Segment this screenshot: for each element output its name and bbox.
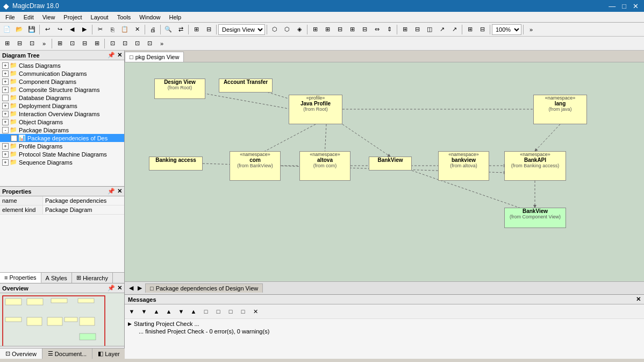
uml-node-bankapi[interactable]: «namespace»BankAPI(from Banking access) bbox=[504, 151, 566, 181]
menu-edit[interactable]: Edit bbox=[19, 13, 38, 22]
msg-btn-1[interactable]: ▼ bbox=[126, 306, 138, 317]
tree-expand-icon[interactable]: + bbox=[2, 151, 9, 158]
close-tree-icon[interactable]: ✕ bbox=[117, 52, 122, 59]
t2-btn-e[interactable]: ⊞ bbox=[54, 38, 66, 49]
pin-props-icon[interactable]: 📌 bbox=[108, 188, 115, 195]
diagram-bottom-tab[interactable]: □ Package dependencies of Design View bbox=[145, 283, 263, 293]
tree-expand-icon[interactable]: - bbox=[2, 127, 9, 133]
diagram-tab-nav-right[interactable]: ▶ bbox=[135, 285, 144, 292]
tb-btn-d[interactable]: ⬡ bbox=[281, 24, 293, 36]
titlebar-right[interactable]: — □ ✕ bbox=[606, 2, 641, 10]
msg-btn-4[interactable]: ▲ bbox=[163, 306, 175, 317]
t2-btn-j[interactable]: ⊡ bbox=[119, 38, 131, 49]
uml-node-altova[interactable]: «namespace»altova(from com) bbox=[299, 151, 350, 181]
tree-item[interactable]: +📁Deployment Diagrams bbox=[0, 102, 124, 110]
back-button[interactable]: ◀ bbox=[66, 24, 78, 36]
tree-item[interactable]: +📁Interaction Overview Diagrams bbox=[0, 110, 124, 118]
menu-file[interactable]: File bbox=[1, 13, 19, 22]
tree-expand-icon[interactable]: + bbox=[2, 143, 9, 150]
tb-btn-k[interactable]: ⇔ bbox=[371, 24, 383, 36]
prop-tab[interactable]: ≡Properties bbox=[0, 273, 41, 283]
tree-expand-icon[interactable]: + bbox=[2, 87, 9, 93]
tree-expand-icon[interactable]: + bbox=[2, 79, 9, 85]
uml-node-bankview-node[interactable]: BankView bbox=[369, 157, 412, 171]
tb-btn-e[interactable]: ◈ bbox=[294, 24, 305, 36]
uml-node-lang[interactable]: «namespace»lang(from java) bbox=[533, 95, 587, 124]
tree-item[interactable]: +📁Class Diagrams bbox=[0, 61, 124, 69]
tree-expand-icon[interactable]: + bbox=[2, 62, 9, 69]
tree-expand-icon[interactable]: + bbox=[2, 70, 9, 77]
msg-btn-7[interactable]: □ bbox=[200, 306, 212, 317]
tree-item[interactable]: 📊Package dependencies of Des bbox=[0, 134, 124, 142]
print-button[interactable]: 🖨 bbox=[147, 24, 159, 36]
tab-document[interactable]: ☰ Document... bbox=[42, 348, 92, 359]
menu-layout[interactable]: Layout bbox=[87, 13, 113, 22]
msg-btn-10[interactable]: □ bbox=[237, 306, 249, 317]
tree-item[interactable]: +📁Component Diagrams bbox=[0, 77, 124, 86]
tb-btn-a[interactable]: ⊞ bbox=[190, 24, 202, 36]
replace-button[interactable]: ⇄ bbox=[175, 24, 187, 36]
tree-expand-icon[interactable] bbox=[2, 95, 9, 101]
zoom-select[interactable]: 100% bbox=[492, 24, 521, 35]
prop-tab[interactable]: ⊞Hierarchy bbox=[72, 273, 113, 283]
tree-item[interactable]: -📁Package Diagrams bbox=[0, 126, 124, 134]
msg-btn-9[interactable]: □ bbox=[225, 306, 237, 317]
menu-help[interactable]: Help bbox=[164, 13, 185, 22]
menu-project[interactable]: Project bbox=[59, 13, 86, 22]
tree-expand-icon[interactable]: + bbox=[2, 111, 9, 117]
uml-node-banking-access[interactable]: Banking access bbox=[149, 157, 203, 171]
pin-icon[interactable]: 📌 bbox=[108, 52, 115, 59]
close-button[interactable]: ✕ bbox=[631, 2, 641, 10]
t2-btn-g[interactable]: ⊟ bbox=[78, 38, 90, 49]
tree-content[interactable]: +📁Class Diagrams+📁Communication Diagrams… bbox=[0, 60, 124, 186]
cut-button[interactable]: ✂ bbox=[94, 24, 106, 36]
prop-tab[interactable]: AStyles bbox=[41, 273, 72, 283]
tree-expand-icon[interactable]: + bbox=[2, 103, 9, 109]
tree-item[interactable]: +📁Protocol State Machine Diagrams bbox=[0, 150, 124, 158]
msg-btn-2[interactable]: ▼ bbox=[138, 306, 150, 317]
msg-btn-3[interactable]: ▲ bbox=[151, 306, 162, 317]
new-button[interactable]: 📄 bbox=[1, 24, 13, 36]
paste-button[interactable]: 📋 bbox=[119, 24, 131, 36]
t2-btn-f[interactable]: ⊡ bbox=[66, 38, 78, 49]
close-overview-icon[interactable]: ✕ bbox=[117, 285, 122, 292]
forward-button[interactable]: ▶ bbox=[78, 24, 90, 36]
canvas-wrapper[interactable]: Design View(from Root)Account Transfer«p… bbox=[125, 62, 644, 281]
menu-tools[interactable]: Tools bbox=[113, 13, 135, 22]
diagram-tab-pkg[interactable]: □ pkg Design View bbox=[125, 52, 184, 62]
grid-button[interactable]: ⊞ bbox=[464, 24, 476, 36]
undo-button[interactable]: ↩ bbox=[41, 24, 53, 36]
uml-node-bankview-green[interactable]: BankView(from Component View) bbox=[504, 208, 566, 228]
close-props-icon[interactable]: ✕ bbox=[117, 188, 122, 195]
tree-item[interactable]: +📁Profile Diagrams bbox=[0, 142, 124, 150]
t2-btn-m[interactable]: » bbox=[156, 38, 168, 49]
find-button[interactable]: 🔍 bbox=[162, 24, 174, 36]
snap-button[interactable]: ⊟ bbox=[476, 24, 488, 36]
tree-expand-icon[interactable]: + bbox=[2, 119, 9, 125]
t2-btn-b[interactable]: ⊟ bbox=[13, 38, 25, 49]
copy-button[interactable]: ⎘ bbox=[106, 24, 118, 36]
tree-item[interactable]: +📁Communication Diagrams bbox=[0, 69, 124, 77]
tab-overview[interactable]: ⊡ Overview bbox=[0, 348, 42, 359]
tb-btn-h[interactable]: ⊟ bbox=[334, 24, 346, 36]
uml-node-design-view[interactable]: Design View(from Root) bbox=[154, 79, 205, 99]
tb-btn-b[interactable]: ⊟ bbox=[203, 24, 214, 36]
more-button[interactable]: » bbox=[525, 24, 537, 36]
msg-btn-5[interactable]: ▼ bbox=[175, 306, 187, 317]
tree-item[interactable]: 📁Database Diagrams bbox=[0, 94, 124, 102]
view-select[interactable]: Design View bbox=[218, 24, 265, 35]
open-button[interactable]: 📂 bbox=[13, 24, 25, 36]
tree-item[interactable]: +📁Composite Structure Diagrams bbox=[0, 86, 124, 94]
tree-item[interactable]: +📁Sequence Diagrams bbox=[0, 158, 124, 166]
tb-btn-q[interactable]: ↗ bbox=[448, 24, 460, 36]
close-messages-icon[interactable]: ✕ bbox=[636, 296, 641, 303]
tb-btn-j[interactable]: ⊟ bbox=[359, 24, 370, 36]
tb-btn-g[interactable]: ⊞ bbox=[321, 24, 333, 36]
menu-window[interactable]: Window bbox=[135, 13, 164, 22]
t2-btn-a[interactable]: ⊞ bbox=[1, 38, 13, 49]
tb-btn-m[interactable]: ⊞ bbox=[399, 24, 411, 36]
msg-clear-button[interactable]: ✕ bbox=[249, 306, 261, 317]
tree-item[interactable]: +📁Object Diagrams bbox=[0, 118, 124, 126]
uml-node-bankview-ns[interactable]: «namespace»bankview(from altova) bbox=[438, 151, 489, 181]
t2-btn-c[interactable]: ⊡ bbox=[26, 38, 38, 49]
